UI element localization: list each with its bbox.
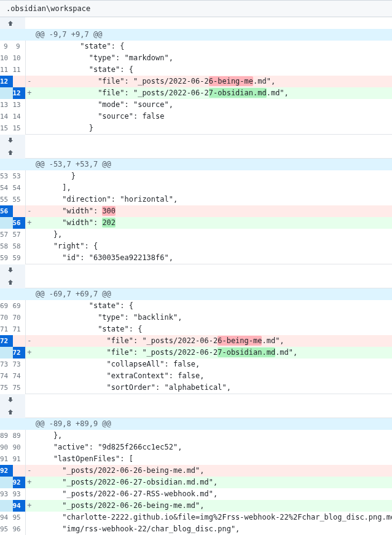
line-number-new[interactable]: 59 [13, 252, 26, 264]
line-number-old[interactable]: 10 [0, 52, 13, 64]
expand-both-button[interactable] [0, 264, 25, 288]
diff-code [33, 264, 392, 288]
code-line: "active": "9d825f266cc1ec52", [33, 442, 392, 453]
line-number-new[interactable]: 74 [13, 370, 26, 382]
code-line: "img/rss-webhook-22/char_blog_disc.png", [33, 523, 392, 535]
line-number-old[interactable]: 55 [0, 194, 13, 205]
diff-sign [25, 430, 33, 442]
line-number-new[interactable]: 11 [13, 64, 26, 76]
line-number-old[interactable] [0, 500, 13, 512]
line-number-new[interactable]: 70 [13, 312, 26, 323]
line-number-new[interactable] [13, 76, 26, 87]
hunk-gutter [0, 29, 25, 41]
diff-sign [25, 442, 33, 453]
line-number-old[interactable] [0, 347, 13, 359]
line-number-old[interactable]: 94 [0, 512, 13, 523]
line-number-new[interactable]: 56 [13, 217, 26, 229]
deleted-text: 300 [102, 206, 116, 216]
code-line: "state": { [33, 41, 392, 52]
line-number-new[interactable]: 15 [13, 122, 26, 135]
line-number-old[interactable]: 95 [0, 523, 13, 535]
line-number-new[interactable]: 12 [13, 87, 26, 99]
line-number-old[interactable]: 13 [0, 99, 13, 111]
line-number-new[interactable]: 58 [13, 240, 26, 252]
line-number-old[interactable]: 54 [0, 182, 13, 194]
line-number-old[interactable]: 74 [0, 370, 13, 382]
line-number-old[interactable] [0, 87, 13, 99]
line-number-new[interactable]: 73 [13, 359, 26, 370]
line-number-old[interactable] [0, 217, 13, 229]
line-number-new[interactable] [13, 205, 26, 217]
diff-sign [25, 323, 33, 335]
line-number-old[interactable]: 56 [0, 205, 13, 217]
line-number-new[interactable]: 72 [13, 347, 26, 359]
code-line: "width": 300 [33, 205, 392, 217]
line-number-new[interactable]: 55 [13, 194, 26, 205]
line-number-new[interactable]: 96 [13, 523, 26, 535]
diff-sign [25, 52, 33, 64]
line-number-old[interactable]: 93 [0, 488, 13, 500]
code-line: "_posts/2022-06-27-RSS-webhook.md", [33, 488, 392, 500]
line-number-new[interactable]: 91 [13, 453, 26, 465]
diff-sign [25, 29, 33, 41]
line-number-old[interactable]: 70 [0, 312, 13, 323]
code-line: "sortOrder": "alphabetical", [33, 382, 392, 394]
expand-both-button[interactable] [0, 135, 25, 159]
line-number-new[interactable]: 10 [13, 52, 26, 64]
line-number-new[interactable]: 53 [13, 170, 26, 182]
expand-up-button[interactable] [0, 17, 25, 29]
hunk-header: @@ -89,8 +89,9 @@ [33, 418, 392, 430]
line-number-new[interactable]: 93 [13, 488, 26, 500]
code-line: "_posts/2022-06-27-obsidian.md.md", [33, 477, 392, 488]
line-number-old[interactable]: 14 [0, 111, 13, 122]
code-line: "mode": "source", [33, 99, 392, 111]
code-line: "type": "markdown", [33, 52, 392, 64]
line-number-old[interactable]: 91 [0, 453, 13, 465]
line-number-old[interactable]: 59 [0, 252, 13, 264]
line-number-old[interactable]: 73 [0, 359, 13, 370]
line-number-new[interactable] [13, 465, 26, 477]
code-line: "collapseAll": false, [33, 359, 392, 370]
line-number-old[interactable]: 9 [0, 41, 13, 52]
hunk-header: @@ -9,7 +9,7 @@ [33, 29, 392, 41]
line-number-old[interactable] [0, 477, 13, 488]
line-number-new[interactable]: 94 [13, 500, 26, 512]
line-number-old[interactable]: 12 [0, 76, 13, 87]
line-number-new[interactable] [13, 335, 26, 347]
line-number-new[interactable]: 95 [13, 512, 26, 523]
line-number-new[interactable]: 71 [13, 323, 26, 335]
line-number-old[interactable]: 92 [0, 465, 13, 477]
line-number-new[interactable]: 69 [13, 300, 26, 312]
line-number-old[interactable]: 75 [0, 382, 13, 394]
line-number-old[interactable]: 57 [0, 229, 13, 240]
line-number-old[interactable]: 69 [0, 300, 13, 312]
line-number-old[interactable]: 72 [0, 335, 13, 347]
line-number-new[interactable]: 54 [13, 182, 26, 194]
line-number-old[interactable]: 90 [0, 442, 13, 453]
line-number-new[interactable]: 14 [13, 111, 26, 122]
line-number-new[interactable]: 57 [13, 229, 26, 240]
line-number-old[interactable]: 53 [0, 170, 13, 182]
line-number-old[interactable]: 89 [0, 430, 13, 442]
code-line: "extraContext": false, [33, 370, 392, 382]
line-number-new[interactable]: 13 [13, 99, 26, 111]
line-number-old[interactable]: 58 [0, 240, 13, 252]
line-number-old[interactable]: 71 [0, 323, 13, 335]
code-line: } [33, 170, 392, 182]
line-number-new[interactable]: 75 [13, 382, 26, 394]
expand-both-button[interactable] [0, 394, 25, 418]
diff-sign [25, 300, 33, 312]
diff-sign [25, 240, 33, 252]
code-line: "direction": "horizontal", [33, 194, 392, 205]
line-number-new[interactable]: 89 [13, 430, 26, 442]
line-number-old[interactable]: 15 [0, 122, 13, 135]
diff-sign: - [25, 335, 33, 347]
code-line: "_posts/2022-06-26-being-me.md", [33, 465, 392, 477]
hunk-gutter [0, 288, 25, 301]
line-number-new[interactable]: 92 [13, 477, 26, 488]
diff-sign [25, 359, 33, 370]
line-number-new[interactable]: 90 [13, 442, 26, 453]
deleted-text: 6-being-me [218, 336, 262, 346]
line-number-old[interactable]: 11 [0, 64, 13, 76]
line-number-new[interactable]: 9 [13, 41, 26, 52]
